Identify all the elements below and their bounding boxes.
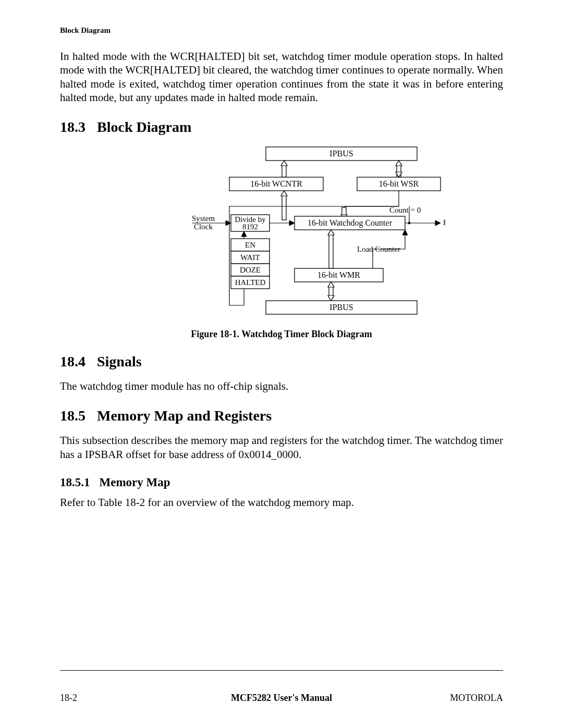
label-wmr: 16-bit WMR xyxy=(317,270,360,279)
label-ipbus-bottom: IPBUS xyxy=(329,303,353,312)
label-halted: HALTED xyxy=(235,278,266,287)
heading-title: Memory Map xyxy=(100,476,170,489)
svg-marker-15 xyxy=(289,220,295,226)
intro-paragraph: In halted mode with the WCR[HALTED] bit … xyxy=(60,50,503,104)
svg-rect-8 xyxy=(282,194,286,220)
heading-18-5-1: 18.5.1Memory Map xyxy=(60,476,503,489)
svg-marker-17 xyxy=(435,220,440,226)
label-wait: WAIT xyxy=(240,253,260,262)
heading-18-5: 18.5Memory Map and Registers xyxy=(60,408,503,424)
label-system-clock-l2: Clock xyxy=(194,223,213,231)
heading-number: 18.3 xyxy=(60,119,85,135)
heading-18-3: 18.3Block Diagram xyxy=(60,119,503,135)
footer-company: MOTOROLA xyxy=(450,693,503,704)
heading-18-4: 18.4Signals xyxy=(60,353,503,370)
label-divide-l2: 8192 xyxy=(242,223,258,231)
heading-title: Memory Map and Registers xyxy=(97,408,272,424)
body-18-5: This subsection describes the memory map… xyxy=(60,434,503,461)
label-count-zero: Count = 0 xyxy=(389,206,421,214)
label-reset: Reset xyxy=(443,218,446,227)
label-wcntr: 16-bit WCNTR xyxy=(250,179,302,188)
svg-rect-19 xyxy=(329,233,333,268)
body-18-5-1: Refer to Table 18-2 for an overview of t… xyxy=(60,496,503,509)
svg-marker-21 xyxy=(402,230,408,235)
body-18-4: The watchdog timer module has no off-chi… xyxy=(60,379,503,393)
heading-title: Block Diagram xyxy=(97,119,191,135)
label-en: EN xyxy=(245,241,255,249)
label-load-counter: Load Counter xyxy=(357,245,400,253)
svg-marker-12 xyxy=(241,231,247,237)
svg-marker-4 xyxy=(396,161,402,166)
figure-caption: Figure 18-1. Watchdog Timer Block Diagra… xyxy=(60,329,503,340)
label-system-clock-l1: System xyxy=(192,214,215,223)
heading-number: 18.4 xyxy=(60,353,85,370)
heading-number: 18.5.1 xyxy=(60,476,90,489)
label-watchdog-counter: 16-bit Watchdog Counter xyxy=(308,218,393,228)
page: Block Diagram In halted mode with the WC… xyxy=(0,0,563,728)
svg-marker-28 xyxy=(328,282,334,287)
heading-title: Signals xyxy=(97,353,142,369)
svg-marker-9 xyxy=(281,191,287,196)
label-ipbus-top: IPBUS xyxy=(329,149,353,158)
footer-rule xyxy=(60,670,503,671)
svg-marker-20 xyxy=(328,230,334,235)
svg-point-18 xyxy=(408,222,410,224)
block-diagram-figure: IPBUS 16-bit WCNTR 16-bit WSR xyxy=(117,145,446,319)
heading-number: 18.5 xyxy=(60,408,85,424)
footer-manual-title: MCF5282 User's Manual xyxy=(60,693,503,704)
label-doze: DOZE xyxy=(240,266,261,274)
svg-marker-29 xyxy=(328,295,334,301)
svg-marker-2 xyxy=(281,161,287,166)
label-wsr: 16-bit WSR xyxy=(379,179,419,188)
svg-marker-14 xyxy=(226,220,231,226)
running-header: Block Diagram xyxy=(60,26,503,35)
